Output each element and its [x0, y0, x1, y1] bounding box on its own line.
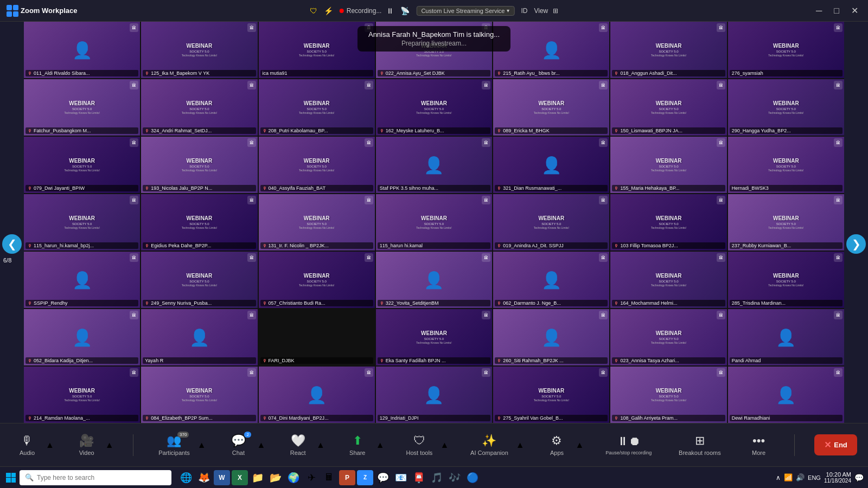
- search-input[interactable]: [37, 474, 166, 481]
- video-tile[interactable]: WEBINARSOCIETY 5.0Technology Knows No Li…: [259, 252, 375, 308]
- video-tile[interactable]: WEBINARSOCIETY 5.0Technology Knows No Li…: [259, 137, 375, 193]
- video-tile[interactable]: 👤🏛🎙011_Aldi Rivaldo Sibara...: [24, 22, 140, 78]
- video-tile[interactable]: WEBINARSOCIETY 5.0Technology Knows No Li…: [610, 79, 726, 136]
- video-tile[interactable]: WEBINARSOCIETY 5.0Technology Knows No Li…: [610, 137, 726, 193]
- taskbar-whatsapp-icon[interactable]: 💬: [375, 470, 391, 485]
- video-tile[interactable]: 👤🏛Yayah R: [141, 309, 257, 365]
- video-tile[interactable]: WEBINARSOCIETY 5.0Technology Knows No Li…: [259, 79, 375, 136]
- video-tile[interactable]: 👤🏛🎙062_Darmanto J. Nge_B...: [493, 252, 609, 308]
- participants-button[interactable]: 👥 370 Participants: [153, 431, 195, 459]
- taskbar-search[interactable]: 🔍: [20, 470, 171, 485]
- chat-chevron[interactable]: ▲: [257, 440, 265, 450]
- taskbar-music-icon[interactable]: 🎵: [429, 470, 445, 485]
- taskbar-browser2-icon[interactable]: 🔵: [464, 470, 481, 485]
- start-button[interactable]: [4, 471, 17, 484]
- video-tile[interactable]: 🎙FARI_DJBK: [259, 309, 375, 365]
- video-tile[interactable]: WEBINARSOCIETY 5.0Technology Knows No Li…: [141, 137, 257, 193]
- taskbar-edge-icon[interactable]: 🌐: [178, 470, 194, 485]
- video-tile[interactable]: WEBINARSOCIETY 5.0Technology Knows No Li…: [141, 252, 257, 308]
- tray-chevron-icon[interactable]: ∧: [776, 474, 781, 481]
- video-tile[interactable]: WEBINARSOCIETY 5.0Technology Knows No Li…: [610, 309, 726, 365]
- react-button[interactable]: 🤍 React: [282, 431, 314, 459]
- more-button[interactable]: ••• More: [743, 431, 775, 459]
- host-tools-chevron[interactable]: ▲: [440, 440, 449, 450]
- companion-button[interactable]: ✨ AI Companion: [465, 431, 514, 459]
- video-tile[interactable]: WEBINARSOCIETY 5.0Technology Knows No Li…: [493, 367, 609, 423]
- video-tile[interactable]: WEBINARSOCIETY 5.0Technology Knows No Li…: [141, 22, 257, 78]
- video-tile[interactable]: 👤🏛🎙322_Yovita_SetditjenBM: [376, 252, 492, 308]
- taskbar-explorer-icon[interactable]: 📂: [267, 470, 284, 485]
- participants-chevron[interactable]: ▲: [197, 440, 206, 450]
- video-tile[interactable]: WEBINARSOCIETY 5.0Technology Knows No Li…: [728, 252, 844, 308]
- video-tile[interactable]: WEBINARSOCIETY 5.0Technology Knows No Li…: [376, 79, 492, 136]
- video-tile[interactable]: WEBINARSOCIETY 5.0Technology Knows No Li…: [493, 79, 609, 136]
- video-tile[interactable]: WEBINARSOCIETY 5.0Technology Knows No Li…: [610, 22, 726, 78]
- taskbar-outlook-icon[interactable]: 📮: [411, 470, 427, 485]
- taskbar-excel-icon[interactable]: X: [232, 470, 248, 485]
- video-tile[interactable]: 👤🏛129_Indriati_DJPI: [376, 367, 492, 423]
- video-tile[interactable]: WEBINARSOCIETY 5.0Technology Knows No Li…: [376, 309, 492, 365]
- share-button[interactable]: ⬆ Share: [341, 431, 374, 459]
- audio-button[interactable]: 🎙 Audio: [11, 431, 43, 459]
- audio-chevron[interactable]: ▲: [46, 440, 54, 450]
- video-tile[interactable]: 👤🏛Dewi Ramadhiani: [728, 367, 844, 423]
- volume-icon[interactable]: 🔊: [796, 473, 805, 481]
- video-tile[interactable]: WEBINARSOCIETY 5.0Technology Knows No Li…: [24, 79, 140, 136]
- video-tile[interactable]: WEBINARSOCIETY 5.0Technology Knows No Li…: [610, 252, 726, 308]
- video-tile[interactable]: WEBINARSOCIETY 5.0Technology Knows No Li…: [24, 137, 140, 193]
- companion-chevron[interactable]: ▲: [516, 440, 525, 450]
- video-chevron[interactable]: ▲: [105, 440, 114, 450]
- taskbar-firefox-icon[interactable]: 🦊: [196, 470, 212, 485]
- video-tile[interactable]: 👤🏛Pandi Ahmad: [728, 309, 844, 365]
- video-tile[interactable]: 👤🏛Staf PPK 3.5 sihno muha...: [376, 137, 492, 193]
- video-tile[interactable]: WEBINARSOCIETY 5.0Technology Knows No Li…: [728, 79, 844, 136]
- video-tile[interactable]: WEBINARSOCIETY 5.0Technology Knows No Li…: [728, 194, 844, 251]
- video-tile[interactable]: WEBINARSOCIETY 5.0Technology Knows No Li…: [376, 194, 492, 251]
- streaming-badge[interactable]: Custom Live Streaming Service ▾: [416, 6, 514, 16]
- video-tile[interactable]: 👤🏛🎙321_Dian Rusmanawati_...: [493, 137, 609, 193]
- recording-item[interactable]: Recording... ⏸: [340, 7, 394, 15]
- share-chevron[interactable]: ▲: [376, 440, 385, 450]
- view-button[interactable]: View ⊞: [534, 7, 558, 15]
- taskbar-calc-icon[interactable]: 🖩: [321, 470, 337, 485]
- taskbar-word-icon[interactable]: W: [214, 470, 230, 485]
- taskbar-zoom-icon[interactable]: Z: [357, 470, 373, 485]
- video-tile[interactable]: WEBINARSOCIETY 5.0Technology Knows No Li…: [610, 194, 726, 251]
- taskbar-chrome-icon[interactable]: 🌍: [285, 470, 302, 485]
- host-tools-button[interactable]: 🛡 Host tools: [400, 431, 438, 459]
- breakout-button[interactable]: ⊞ Breakout rooms: [673, 431, 726, 459]
- minimize-button[interactable]: ─: [813, 5, 825, 17]
- video-tile[interactable]: WEBINARSOCIETY 5.0Technology Knows No Li…: [259, 194, 375, 251]
- apps-chevron[interactable]: ▲: [575, 440, 584, 450]
- video-tile[interactable]: WEBINARSOCIETY 5.0Technology Knows No Li…: [141, 367, 257, 423]
- close-button[interactable]: ✕: [848, 4, 861, 17]
- video-button[interactable]: 🎥 Video: [71, 431, 103, 459]
- end-button[interactable]: ✕ End: [814, 434, 857, 455]
- prev-page-button[interactable]: ❮: [2, 234, 22, 254]
- pause-recording-button[interactable]: ⏸⏺ Pause/stop recording: [600, 431, 657, 459]
- video-tile[interactable]: WEBINARSOCIETY 5.0Technology Knows No Li…: [728, 137, 844, 193]
- taskbar-mail-icon[interactable]: 📧: [393, 470, 409, 485]
- taskbar-telegram-icon[interactable]: ✈: [303, 470, 320, 485]
- maximize-button[interactable]: □: [831, 5, 843, 17]
- chat-button[interactable]: 💬 2 Chat: [222, 431, 254, 459]
- video-tile[interactable]: 👤🏛🎙052_Bidara Kadija_Ditjen...: [24, 309, 140, 365]
- video-tile[interactable]: WEBINARSOCIETY 5.0Technology Knows No Li…: [493, 194, 609, 251]
- taskbar-files-icon[interactable]: 📁: [250, 470, 266, 485]
- taskbar-ppt-icon[interactable]: P: [339, 470, 355, 485]
- react-chevron[interactable]: ▲: [316, 440, 325, 450]
- video-tile[interactable]: WEBINARSOCIETY 5.0Technology Knows No Li…: [610, 367, 726, 423]
- taskbar-tiktok-icon[interactable]: 🎶: [446, 470, 463, 485]
- notification-icon[interactable]: 💬: [854, 473, 864, 482]
- video-tile[interactable]: 👤🏛🎙SSPIP_Rendhy: [24, 252, 140, 308]
- video-tile[interactable]: 👤🏛🎙074_Dini Mardiyani_BP2J...: [259, 367, 375, 423]
- video-tile[interactable]: 👤🏛🎙260_Siti Rahmah_BP2JK ...: [493, 309, 609, 365]
- video-tile[interactable]: WEBINARSOCIETY 5.0Technology Knows No Li…: [728, 22, 844, 78]
- video-tile[interactable]: WEBINARSOCIETY 5.0Technology Knows No Li…: [141, 79, 257, 136]
- video-tile[interactable]: WEBINARSOCIETY 5.0Technology Knows No Li…: [141, 194, 257, 251]
- video-tile[interactable]: WEBINARSOCIETY 5.0Technology Knows No Li…: [24, 194, 140, 251]
- video-tile[interactable]: 👤🏛🎙215_Ratih Ayu_ bbws br...: [493, 22, 609, 78]
- video-tile[interactable]: WEBINARSOCIETY 5.0Technology Knows No Li…: [24, 367, 140, 423]
- next-page-button[interactable]: ❯: [846, 234, 866, 254]
- apps-button[interactable]: ⚙ Apps: [540, 431, 573, 459]
